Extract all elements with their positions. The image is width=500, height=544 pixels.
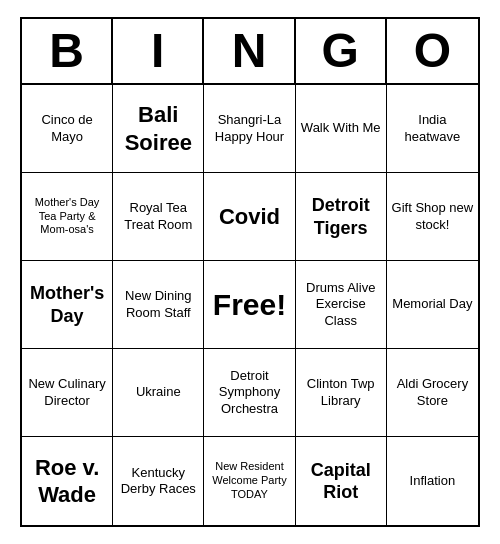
bingo-letter-n: N [204, 19, 295, 83]
bingo-cell-20: Roe v. Wade [22, 437, 113, 525]
bingo-header: BINGO [22, 19, 478, 85]
bingo-cell-6: Royal Tea Treat Room [113, 173, 204, 261]
bingo-cell-4: India heatwave [387, 85, 478, 173]
bingo-cell-0: Cinco de Mayo [22, 85, 113, 173]
bingo-letter-b: B [22, 19, 113, 83]
bingo-cell-5: Mother's Day Tea Party & Mom-osa's [22, 173, 113, 261]
bingo-cell-10: Mother's Day [22, 261, 113, 349]
bingo-cell-21: Kentucky Derby Races [113, 437, 204, 525]
bingo-card: BINGO Cinco de MayoBali SoireeShangri-La… [20, 17, 480, 527]
bingo-letter-o: O [387, 19, 478, 83]
bingo-grid: Cinco de MayoBali SoireeShangri-La Happy… [22, 85, 478, 525]
bingo-cell-8: Detroit Tigers [296, 173, 387, 261]
bingo-cell-22: New Resident Welcome Party TODAY [204, 437, 295, 525]
bingo-cell-19: Aldi Grocery Store [387, 349, 478, 437]
bingo-cell-17: Detroit Symphony Orchestra [204, 349, 295, 437]
bingo-cell-3: Walk With Me [296, 85, 387, 173]
bingo-letter-i: I [113, 19, 204, 83]
bingo-cell-13: Drums Alive Exercise Class [296, 261, 387, 349]
bingo-cell-1: Bali Soiree [113, 85, 204, 173]
bingo-cell-16: Ukraine [113, 349, 204, 437]
bingo-cell-15: New Culinary Director [22, 349, 113, 437]
bingo-cell-24: Inflation [387, 437, 478, 525]
bingo-cell-2: Shangri-La Happy Hour [204, 85, 295, 173]
bingo-cell-9: Gift Shop new stock! [387, 173, 478, 261]
bingo-cell-14: Memorial Day [387, 261, 478, 349]
bingo-cell-18: Clinton Twp Library [296, 349, 387, 437]
bingo-letter-g: G [296, 19, 387, 83]
bingo-cell-12: Free! [204, 261, 295, 349]
bingo-cell-7: Covid [204, 173, 295, 261]
bingo-cell-23: Capital Riot [296, 437, 387, 525]
bingo-cell-11: New Dining Room Staff [113, 261, 204, 349]
